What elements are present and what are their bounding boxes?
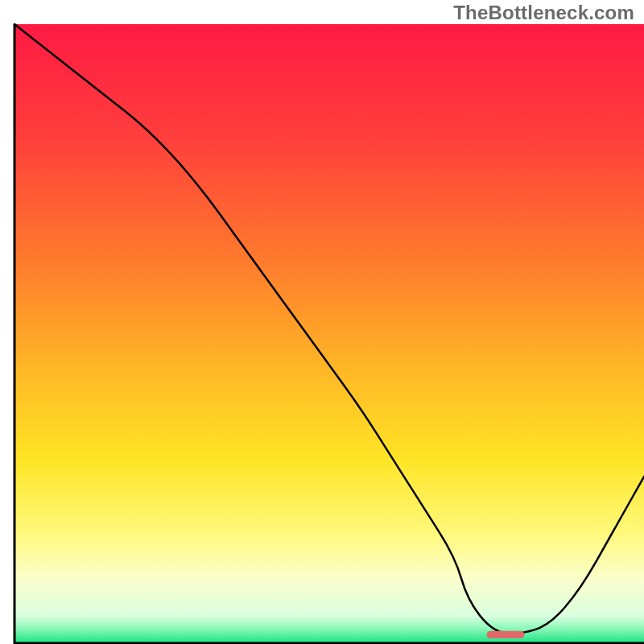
watermark-text: TheBottleneck.com bbox=[453, 2, 634, 24]
gradient-background bbox=[14, 24, 644, 644]
bottleneck-chart bbox=[0, 0, 644, 644]
optimal-marker bbox=[487, 631, 525, 638]
chart-frame: TheBottleneck.com bbox=[0, 0, 644, 644]
